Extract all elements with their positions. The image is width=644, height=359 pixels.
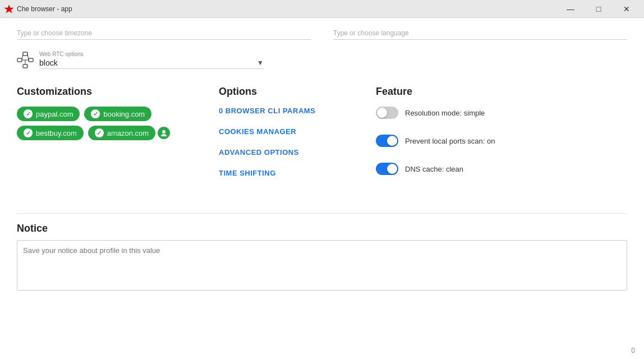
notice-title: Notice (17, 223, 627, 234)
options-column: Options 0 BROWSER CLI PARAMS COOKIES MAN… (219, 86, 376, 191)
columns-section: Customizations ✓ paypal.com ✓ booking.co… (17, 86, 627, 191)
option-link-time-shifting[interactable]: TIME SHIFTING (219, 169, 376, 177)
site-tag-amazon: ✓ amazon.com (88, 126, 155, 140)
toggle-knob-resolution (377, 108, 387, 118)
svg-rect-2 (23, 52, 27, 56)
svg-rect-4 (23, 65, 27, 68)
feature-label-resolution: Resolution mode: simple (405, 109, 485, 117)
site-label-bestbuy: bestbuy.com (36, 129, 77, 137)
user-icon-amazon (158, 127, 170, 139)
language-input[interactable]: Type or choose language (333, 29, 627, 40)
user-svg-icon (160, 129, 168, 137)
webrtc-value: block (39, 58, 255, 67)
toggle-prevent-ports[interactable] (376, 135, 398, 147)
feature-row-ports: Prevent local ports scan: on (376, 135, 627, 147)
site-label-paypal: paypal.com (36, 110, 73, 118)
timezone-input[interactable]: Type or choose timezone (17, 29, 311, 40)
language-group: Type or choose language (333, 29, 627, 40)
svg-marker-0 (4, 5, 13, 13)
top-inputs-row: Type or choose timezone Type or choose l… (17, 29, 627, 40)
main-content: Type or choose timezone Type or choose l… (0, 18, 644, 359)
toggle-dns-cache[interactable] (376, 163, 398, 175)
toggle-knob-dns (387, 164, 397, 174)
webrtc-label: Web RTC options (39, 51, 264, 57)
app-icon (4, 4, 13, 13)
bottom-counter: 0 (631, 347, 635, 355)
toggle-resolution-mode[interactable] (376, 107, 398, 119)
window-controls: — □ ✕ (558, 0, 640, 18)
webrtc-select[interactable]: block ▼ (39, 58, 264, 69)
site-tag-booking[interactable]: ✓ booking.com (84, 107, 151, 121)
site-tag-bestbuy[interactable]: ✓ bestbuy.com (17, 126, 84, 140)
minimize-button[interactable]: — (558, 0, 583, 18)
feature-label-ports: Prevent local ports scan: on (405, 137, 495, 145)
network-icon (17, 52, 34, 68)
site-tag-amazon-group[interactable]: ✓ amazon.com (88, 126, 170, 140)
timezone-group: Type or choose timezone (17, 29, 311, 40)
svg-rect-3 (29, 58, 33, 62)
site-tag-paypal[interactable]: ✓ paypal.com (17, 107, 80, 121)
option-link-cookies-manager[interactable]: COOKIES MANAGER (219, 127, 376, 136)
title-bar-left: Che browser - app (4, 4, 72, 13)
title-bar: Che browser - app — □ ✕ (0, 0, 644, 18)
options-title: Options (219, 86, 376, 98)
svg-line-5 (22, 54, 23, 60)
close-button[interactable]: ✕ (614, 0, 640, 18)
feature-column: Feature Resolution mode: simple Prevent … (376, 86, 627, 191)
check-icon-booking: ✓ (91, 109, 100, 118)
option-link-browser-cli[interactable]: 0 BROWSER CLI PARAMS (219, 107, 376, 115)
svg-line-6 (27, 54, 29, 60)
window-title: Che browser - app (17, 5, 72, 13)
customizations-title: Customizations (17, 86, 219, 98)
feature-row-dns: DNS cache: clean (376, 163, 627, 175)
toggle-knob-ports (387, 136, 397, 146)
customizations-column: Customizations ✓ paypal.com ✓ booking.co… (17, 86, 219, 191)
site-label-booking: booking.com (103, 110, 145, 118)
sites-row-1: ✓ paypal.com ✓ booking.com (17, 107, 219, 121)
check-icon-bestbuy: ✓ (24, 128, 33, 137)
site-label-amazon: amazon.com (107, 129, 149, 137)
maximize-button[interactable]: □ (586, 0, 611, 18)
svg-rect-1 (17, 58, 22, 62)
notice-textarea[interactable] (17, 240, 627, 291)
feature-row-resolution: Resolution mode: simple (376, 107, 627, 119)
svg-point-9 (162, 130, 165, 134)
notice-section: Notice (17, 213, 627, 292)
feature-label-dns: DNS cache: clean (405, 165, 463, 173)
check-icon-amazon: ✓ (95, 128, 104, 137)
option-link-advanced-options[interactable]: ADVANCED OPTIONS (219, 148, 376, 157)
webrtc-section: Web RTC options block ▼ (17, 51, 627, 69)
check-icon-paypal: ✓ (24, 109, 33, 118)
sites-row-2: ✓ bestbuy.com ✓ amazon.com (17, 126, 219, 140)
feature-title: Feature (376, 86, 627, 98)
dropdown-arrow-icon: ▼ (257, 59, 264, 67)
webrtc-field: Web RTC options block ▼ (39, 51, 264, 69)
